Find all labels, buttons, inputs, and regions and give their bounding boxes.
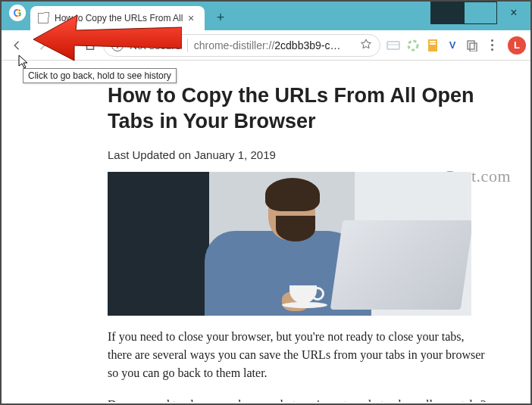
bookmark-star-button[interactable] [360,38,372,52]
url-text[interactable]: chrome-distiller://2cdbb3b9-c… [194,39,354,51]
svg-point-3 [408,41,418,50]
not-secure-label: Not secure [130,39,181,51]
svg-rect-1 [387,42,399,49]
extension-icon-4[interactable]: V [444,37,461,54]
browser-tab[interactable]: How to Copy the URLs From All O × [30,6,205,30]
article-hero-image [108,172,471,316]
home-button[interactable] [79,34,102,57]
window-close-button[interactable]: × [497,2,530,24]
article: How to Copy the URLs From All Open Tabs … [108,61,502,402]
window-controls: × [430,2,530,26]
extension-icon-3[interactable] [424,37,441,54]
article-paragraph-1: If you need to close your browser, but y… [108,328,487,382]
extension-icon-2[interactable] [405,37,421,54]
article-paragraph-2: Do you need to close your browser but yo… [108,396,487,403]
back-button-tooltip: Click to go back, hold to see history [23,68,177,83]
menu-button[interactable] [483,37,500,54]
extensions-area: V [382,37,503,54]
page-favicon-icon [38,13,49,23]
back-button[interactable] [6,34,29,57]
forward-button[interactable] [30,34,53,57]
article-heading: How to Copy the URLs From All Open Tabs … [108,83,502,135]
svg-rect-8 [470,43,477,51]
reload-button[interactable] [55,34,77,57]
svg-marker-0 [361,39,371,48]
window-maximize-button[interactable] [464,2,497,24]
article-date: Last Updated on January 1, 2019 [108,148,502,161]
tab-title: How to Copy the URLs From All O [55,13,185,23]
tab-close-button[interactable]: × [185,12,197,24]
profile-badge[interactable]: G [9,5,26,21]
extension-icon-5[interactable] [464,37,480,54]
address-bar: i Not secure chrome-distiller://2cdbb3b9… [2,30,530,61]
window-minimize-button[interactable] [430,2,464,24]
omnibox-separator [187,39,188,52]
title-bar: G How to Copy the URLs From All O × + × [2,2,530,30]
svg-rect-7 [468,41,474,49]
svg-rect-6 [430,43,436,45]
user-avatar[interactable]: L [508,36,526,55]
page-content: groovyPost.com How to Copy the URLs From… [3,61,529,402]
extension-icon-1[interactable] [385,37,402,54]
omnibox[interactable]: i Not secure chrome-distiller://2cdbb3b9… [103,34,380,57]
svg-rect-5 [430,41,436,42]
site-info-icon[interactable]: i [111,39,124,51]
new-tab-button[interactable]: + [211,8,230,27]
